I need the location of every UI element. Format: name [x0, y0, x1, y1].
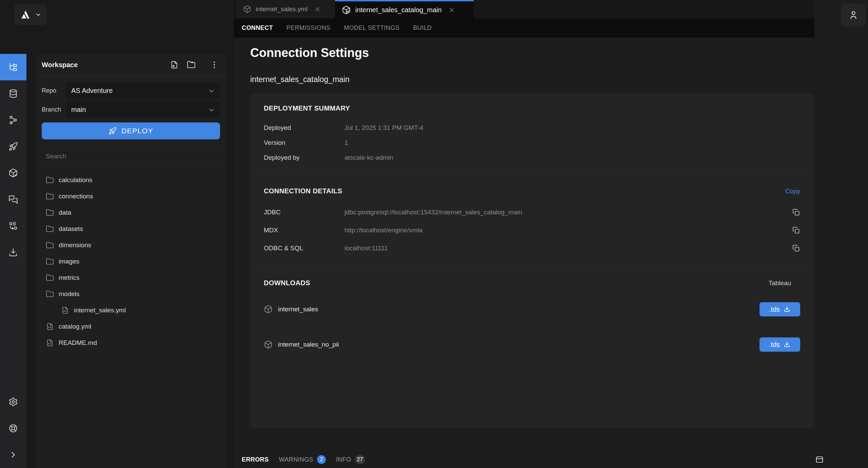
rail-item-help[interactable] — [0, 415, 26, 442]
user-account-button[interactable] — [841, 3, 866, 26]
tabs-stack: internet_sales.yml internet_sales_catalo… — [234, 0, 814, 38]
deployment-row: Version 1 — [264, 135, 800, 150]
tab-bar: internet_sales.yml internet_sales_catalo… — [234, 0, 814, 18]
rail-item-file-tree[interactable] — [0, 54, 26, 80]
tree-item-folder[interactable]: models — [36, 286, 226, 302]
model-name: internet_sales — [278, 306, 318, 313]
tab-close-icon[interactable] — [449, 7, 455, 13]
connection-row-jdbc: JDBC jdbc:postgresql://localhost:15432/i… — [264, 203, 800, 221]
cube-icon — [264, 340, 273, 349]
rail-item-branches[interactable] — [0, 107, 26, 133]
workspace-title: Workspace — [42, 61, 78, 69]
info-toggle[interactable]: INFO 27 — [336, 455, 365, 464]
rail-item-catalogs[interactable] — [0, 160, 26, 186]
branch-label: Branch — [42, 106, 65, 113]
copy-icon — [792, 208, 800, 216]
tree-item-label: calculations — [59, 176, 92, 184]
tree-item-file[interactable]: README.md — [36, 335, 226, 351]
package-check-icon — [8, 168, 18, 178]
tab-close-icon[interactable] — [314, 6, 321, 13]
new-folder-button[interactable] — [187, 60, 196, 69]
rail-item-comments[interactable] — [0, 186, 26, 213]
connection-settings-card: DEPLOYMENT SUMMARY Deployed Jul 1, 2025 … — [250, 93, 814, 428]
deployment-summary-section: DEPLOYMENT SUMMARY Deployed Jul 1, 2025 … — [250, 93, 814, 175]
download-tds-button[interactable]: .tds — [760, 302, 800, 316]
rail-item-migration[interactable] — [0, 213, 26, 239]
row-value: Jul 1, 2025 1:31 PM GMT-4 — [344, 124, 800, 132]
row-label: ODBC & SQL — [264, 245, 344, 252]
rail-item-settings[interactable] — [0, 389, 26, 415]
tree-item-folder[interactable]: calculations — [36, 172, 226, 188]
cube-check-icon — [342, 5, 351, 15]
copy-mdx-button[interactable] — [792, 226, 800, 234]
rocket-icon — [8, 142, 18, 151]
copy-odbc-button[interactable] — [792, 244, 800, 252]
repo-value: AS Adventure — [71, 87, 208, 95]
repo-label: Repo — [42, 87, 65, 94]
tree-item-folder[interactable]: data — [36, 204, 226, 221]
tree-item-file[interactable]: catalog.yml — [36, 318, 226, 335]
repo-select[interactable]: AS Adventure — [65, 83, 220, 99]
subnav-connect[interactable]: CONNECT — [242, 24, 273, 32]
tree-item-folder[interactable]: metrics — [36, 270, 226, 286]
file-code-icon — [46, 339, 54, 347]
tab-internet-sales-yml[interactable]: internet_sales.yml — [236, 0, 335, 18]
row-value: jdbc:postgresql://localhost:15432/intern… — [344, 209, 792, 216]
subnav-build[interactable]: BUILD — [413, 24, 432, 32]
copy-icon — [792, 244, 800, 252]
icon-rail — [0, 54, 26, 468]
tree-item-label: internet_sales.yml — [74, 307, 126, 314]
download-row-internet-sales: internet_sales .tds — [264, 293, 800, 326]
copy-all-link[interactable]: Copy — [785, 188, 800, 195]
repo-branch-form: Repo AS Adventure Branch main DEPLOY — [36, 76, 226, 141]
panel-bottom-icon — [815, 455, 824, 464]
downloads-section: DOWNLOADS Tableau internet_sales .tds — [250, 268, 814, 371]
warnings-count-badge: 2 — [317, 455, 326, 464]
rocket-icon — [108, 127, 117, 135]
tree-item-label: connections — [59, 193, 93, 200]
copy-jdbc-button[interactable] — [792, 208, 800, 216]
rail-item-deployments[interactable] — [0, 133, 26, 160]
rail-item-downloads[interactable] — [0, 239, 26, 266]
deployment-row: Deployed Jul 1, 2025 1:31 PM GMT-4 — [264, 120, 800, 135]
deploy-button[interactable]: DEPLOY — [42, 122, 220, 139]
tree-item-folder[interactable]: datasets — [36, 221, 226, 237]
tree-item-label: datasets — [59, 225, 83, 233]
page-title: Connection Settings — [250, 46, 868, 60]
branch-select[interactable]: main — [65, 102, 220, 118]
rail-item-data-sources[interactable] — [0, 80, 26, 107]
deployment-row: Deployed by atscale-kc-admin — [264, 150, 800, 165]
workspace-menu-button[interactable] — [210, 60, 219, 69]
download-tray-icon — [8, 248, 18, 257]
errors-toggle[interactable]: ERRORS — [242, 456, 269, 463]
tree-item-file[interactable]: internet_sales.yml — [36, 302, 226, 318]
subnav-model-settings[interactable]: MODEL SETTINGS — [344, 24, 399, 32]
search-strip — [36, 146, 226, 167]
atscale-logo-button[interactable] — [14, 4, 47, 25]
warnings-toggle[interactable]: WARNINGS 2 — [279, 455, 326, 464]
search-input[interactable] — [36, 153, 226, 160]
person-icon — [848, 10, 859, 20]
download-tds-button[interactable]: .tds — [760, 337, 800, 352]
top-zone: internet_sales.yml internet_sales_catalo… — [234, 0, 868, 38]
subnav-permissions[interactable]: PERMISSIONS — [287, 24, 330, 32]
tds-button-label: .tds — [769, 306, 780, 313]
folder-icon — [46, 209, 54, 217]
rail-collapse-toggle[interactable] — [0, 442, 26, 468]
folder-icon — [46, 176, 54, 184]
cube-icon — [264, 305, 273, 314]
tree-item-folder[interactable]: connections — [36, 188, 226, 204]
tree-item-label: images — [59, 258, 79, 265]
errors-label: ERRORS — [242, 456, 269, 463]
rail-spacer — [0, 266, 26, 389]
tree-item-folder[interactable]: images — [36, 253, 226, 270]
folder-icon — [46, 241, 54, 249]
tab-internet-sales-catalog-main[interactable]: internet_sales_catalog_main — [335, 0, 474, 18]
messages-icon — [8, 195, 18, 204]
file-tree: calculations connections data datasets d… — [36, 167, 226, 468]
bottom-panel-toggle-button[interactable] — [815, 455, 824, 464]
folder-icon — [46, 290, 54, 298]
tree-item-folder[interactable]: dimensions — [36, 237, 226, 253]
new-file-button[interactable] — [170, 60, 179, 69]
branch-value: main — [71, 106, 208, 114]
